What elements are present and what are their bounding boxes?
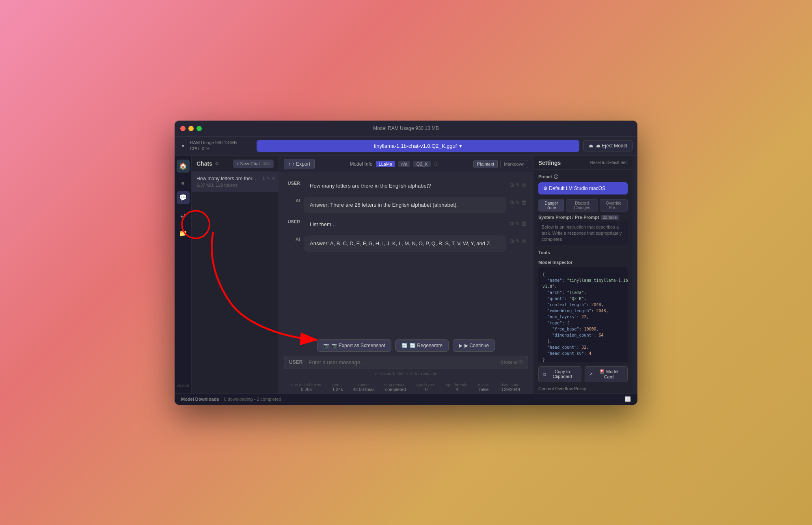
chat-input-area: USER 0 tokens ⓘ ⏎ to send, shift + ⏎ for… [279,356,533,380]
content-overflow-label: Content Overflow Policy [533,385,633,393]
sidebar-icon-avatar[interactable]: ● [177,177,190,190]
chat-delete-icon[interactable]: ✕ [272,176,275,181]
model-selector-button[interactable]: tinyllama-1.1b-chat-v1.0.Q2_K.gguf ▾ [257,140,579,152]
preset-selector[interactable]: ⚙ Default LM Studio macOS [538,182,628,194]
minimize-button[interactable] [188,126,194,131]
chat-item-title: How many letters are ther... [197,176,274,181]
model-info-icon[interactable]: ⓘ [434,161,438,167]
chat-input-row: USER 0 tokens ⓘ [284,356,528,369]
icon-sidebar: 🏠 ● 💬 ⇄ 📁 v0.2.10 [175,156,192,393]
stat-mlock-label: mlock: [478,382,490,387]
export-button[interactable]: ↑ ↑ Export [284,159,315,169]
stat-speed: speed: 42.00 tok/s [353,382,375,392]
delete-message-icon-3[interactable]: 🗑 [521,238,527,244]
new-chat-button[interactable]: + New Chat ⌘N [233,160,274,168]
model-card-icon: ↗ [589,372,593,377]
stat-stop-reason-value: completed [385,387,406,392]
sidebar-toggle-button[interactable]: ▪️ [179,140,187,151]
message-actions-2: ⧉ ✎ 🗑 [510,218,527,227]
message-role-ai-1: AI [285,197,300,203]
model-info-label: Model Info [350,161,372,167]
message-role-ai-3: AI [285,235,300,242]
tag-llama[interactable]: LLaMa [376,161,395,167]
stat-speed-value: 42.00 tok/s [353,387,375,392]
settings-panel: Settings Reset to Default Sett Preset ⓘ … [533,156,633,393]
regenerate-button[interactable]: 🔄 🔄 Regenerate [395,339,449,352]
titlebar: Model RAM Usage 930.13 MB [175,121,637,137]
chat-list-item[interactable]: How many letters are ther... 9.37 MB, 12… [192,172,279,192]
stats-bar: time to first token: 0.26s gen t: 1.24s … [279,380,533,393]
delete-message-icon[interactable]: 🗑 [521,182,527,188]
copy-message-icon[interactable]: ⧉ [510,182,514,188]
model-downloads-value: 0 downloading • 2 completed [224,397,281,402]
sidebar-icon-chat[interactable]: 💬 [177,191,190,204]
status-right-icon: ⬜ [625,396,631,402]
chat-item-meta: 9.37 MB, 129 tokens [197,183,274,188]
copy-clipboard-button[interactable]: ⧉ Copy to Clipboard [538,366,581,382]
stat-mlock-value: false [479,387,488,392]
messages-container: USER How many letters are there in the E… [279,173,533,335]
stat-gpu-layers-label: gpu layers: [417,382,436,387]
export-screenshot-button[interactable]: 📷 📷 Export as Screenshot [317,339,391,352]
edit-message-icon-1[interactable]: ✎ [515,199,520,206]
delete-message-icon-2[interactable]: 🗑 [521,220,527,227]
sidebar-icon-home[interactable]: 🏠 [177,160,190,173]
sidebar-icon-folder[interactable]: 📁 [177,227,190,240]
message-content-ai-3: Answer: A, B, C, D, E, F, G, H, I, J, K,… [304,235,506,252]
settings-header: Settings Reset to Default Sett [533,156,633,170]
message-row-2: USER List them... ⧉ ✎ 🗑 [285,218,527,231]
edit-message-icon-3[interactable]: ✎ [515,238,520,244]
window-title: Model RAM Usage 930.13 MB [373,125,439,131]
stat-cpu-threads: cpu threads: 4 [446,382,469,392]
chat-actions: 📷 📷 Export as Screenshot 🔄 🔄 Regenerate … [279,335,533,356]
sidebar-icon-transfer[interactable]: ⇄ [177,209,190,222]
copy-message-icon-1[interactable]: ⧉ [510,199,514,206]
model-inspector-code: { "name": "tinyllama_tinyllama-1.1b-chat… [538,267,628,363]
stat-stop-reason: stop reason: completed [384,382,407,392]
continue-button[interactable]: ▶ ▶ Continue [453,339,495,352]
markdown-button[interactable]: Markdown [500,160,528,168]
close-button[interactable] [180,126,186,131]
reset-settings-button[interactable]: Reset to Default Sett [590,160,628,165]
clipboard-icon: ⧉ [543,372,546,377]
preset-info-icon[interactable]: ⓘ [554,174,558,180]
tools-section: Tools [538,250,628,255]
tag-q2k[interactable]: Q2_K [413,161,430,167]
maximize-button[interactable] [197,126,202,131]
model-card-button[interactable]: ↗ 🎴 Model Card [585,366,628,382]
stat-gpu-layers-value: 0 [425,387,428,392]
chats-label: Chats [197,160,212,167]
token-info-icon[interactable]: ⓘ [518,359,523,365]
chat-settings-icon[interactable]: ⚙ [215,161,219,166]
system-prompt-text: Below is an instruction that describes a… [538,222,628,245]
plaintext-button[interactable]: Plaintext [473,160,498,168]
override-pre-tab[interactable]: Override Pre... [600,199,628,212]
danger-tabs: Danger Zone Discord Changes Override Pre… [538,199,628,212]
discord-changes-tab[interactable]: Discord Changes [566,199,598,212]
edit-message-icon[interactable]: ✎ [515,182,520,188]
chat-panel: Chats ⚙ + New Chat ⌘N How many letters a… [192,156,279,393]
message-row-3: AI Answer: A, B, C, D, E, F, G, H, I, J,… [285,235,527,252]
copy-message-icon-2[interactable]: ⧉ [510,220,514,227]
tag-na[interactable]: n/a [398,161,410,167]
message-content-user-0: How many letters are there in the Englis… [304,179,506,192]
chat-toolbar: ↑ ↑ Export Model Info LLaMa n/a Q2_K ⓘ P… [279,156,533,173]
message-actions-0: ⧉ ✎ 🗑 [510,179,527,188]
chat-input[interactable] [309,359,497,365]
copy-message-icon-3[interactable]: ⧉ [510,238,514,244]
chat-toolbar-right: Plaintext Markdown [473,160,528,168]
chat-item-actions: ℹ ✎ ✕ [263,176,275,181]
edit-message-icon-2[interactable]: ✎ [515,220,520,227]
preset-label: Preset ⓘ [538,174,628,180]
chat-edit-icon[interactable]: ✎ [266,176,270,181]
danger-zone-tab[interactable]: Danger Zone [538,199,564,212]
model-inspector-section: Model Inspector { "name": "tinyllama_tin… [538,260,628,363]
stat-token-count-value: 129/2048 [501,387,520,392]
eject-model-button[interactable]: ⏏ ⏏ Eject Model [583,140,633,151]
play-icon: ▶ [459,343,462,348]
delete-message-icon-1[interactable]: 🗑 [521,199,527,206]
chat-info-icon[interactable]: ℹ [263,176,265,181]
tools-label: Tools [538,250,628,255]
stat-mlock: mlock: false [478,382,490,392]
stat-cpu-threads-label: cpu threads: [446,382,469,387]
